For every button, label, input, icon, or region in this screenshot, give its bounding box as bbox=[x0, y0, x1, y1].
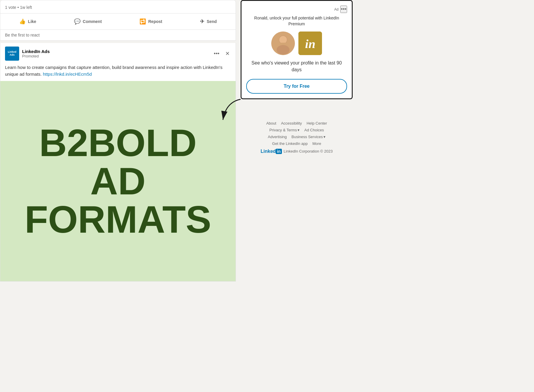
footer-advertising-link[interactable]: Advertising bbox=[267, 134, 288, 140]
post-actions-card: 1 vote • 1w left 👍 Like 💬 Comment 🔁 Repo… bbox=[0, 0, 236, 30]
ad-label-text: Ad bbox=[334, 7, 339, 11]
action-buttons: 👍 Like 💬 Comment 🔁 Repost ✈ Send bbox=[0, 14, 236, 29]
footer-accessibility-link[interactable]: Accessibility bbox=[280, 120, 303, 126]
b2bold-line1: B2BOLD bbox=[39, 124, 197, 162]
footer-business-services-link[interactable]: Business Services ▾ bbox=[290, 134, 327, 140]
footer-links: About Accessibility Help Center Privacy … bbox=[241, 117, 353, 158]
footer-row-2: Privacy & Terms ▾ Ad Choices bbox=[241, 127, 353, 133]
b2bold-line3: FORMATS bbox=[24, 200, 211, 239]
comment-button[interactable]: 💬 Comment bbox=[69, 15, 107, 28]
send-button[interactable]: ✈ Send bbox=[195, 15, 221, 28]
linkedin-logo-in: in bbox=[276, 149, 282, 154]
user-avatar bbox=[271, 32, 295, 55]
footer-row-4: Get the LinkedIn app More bbox=[241, 141, 353, 146]
ad-post-info: LinkedIn Ads Promoted bbox=[22, 49, 50, 58]
footer-business-services-label: Business Services bbox=[292, 135, 323, 139]
right-column: Ad ••• Ronald, unlock your full potentia… bbox=[241, 0, 353, 392]
footer-ad-choices-link[interactable]: Ad Choices bbox=[303, 127, 325, 133]
svg-point-3 bbox=[279, 36, 287, 44]
business-dropdown-icon: ▾ bbox=[323, 135, 326, 139]
repost-button[interactable]: 🔁 Repost bbox=[135, 15, 167, 28]
send-icon: ✈ bbox=[200, 18, 204, 25]
ad-post-body: Learn how to create campaigns that captu… bbox=[0, 64, 236, 81]
reaction-bar: Be the first to react bbox=[0, 30, 236, 41]
like-label: Like bbox=[28, 19, 36, 24]
ad-close-button[interactable]: ✕ bbox=[224, 49, 231, 58]
ad-post-header: Linked Ads LinkedIn Ads Promoted ••• ✕ bbox=[0, 43, 236, 64]
premium-ad-dots-button[interactable]: ••• bbox=[340, 6, 347, 13]
premium-subtext: See who's viewed your profile in the las… bbox=[246, 60, 347, 73]
comment-icon: 💬 bbox=[74, 18, 80, 25]
reaction-text: Be the first to react bbox=[5, 33, 40, 37]
ad-promoted-label: Promoted bbox=[22, 54, 50, 58]
linkedin-logo: Linkedin bbox=[261, 149, 282, 154]
ad-body-text: Learn how to create campaigns that captu… bbox=[5, 65, 222, 77]
like-button[interactable]: 👍 Like bbox=[14, 15, 41, 28]
b2bold-image: B2BOLD AD FORMATS bbox=[0, 81, 236, 281]
send-label: Send bbox=[207, 19, 217, 24]
vote-text: 1 vote • 1w left bbox=[5, 5, 32, 10]
b2bold-line2: AD bbox=[90, 162, 146, 200]
footer-help-center-link[interactable]: Help Center bbox=[305, 120, 328, 126]
ad-more-button[interactable]: ••• bbox=[213, 49, 221, 58]
like-icon: 👍 bbox=[19, 18, 26, 25]
footer-copyright: LinkedIn Corporation © 2023 bbox=[284, 149, 333, 153]
linkedin-logo-linked: Linked bbox=[261, 149, 276, 154]
svg-text:in: in bbox=[305, 37, 315, 51]
privacy-dropdown-icon: ▾ bbox=[298, 128, 300, 132]
premium-images: in bbox=[246, 32, 347, 55]
footer-row-3: Advertising Business Services ▾ bbox=[241, 134, 353, 140]
comment-label: Comment bbox=[83, 19, 102, 24]
footer-about-link[interactable]: About bbox=[265, 120, 277, 126]
ad-post-card: Linked Ads LinkedIn Ads Promoted ••• ✕ L… bbox=[0, 43, 236, 282]
premium-card-top: Ad ••• bbox=[246, 6, 347, 13]
footer-logo-row: Linkedin LinkedIn Corporation © 2023 bbox=[241, 149, 353, 154]
linkedin-gold-badge: in bbox=[298, 32, 322, 55]
ad-company-name: LinkedIn Ads bbox=[22, 49, 50, 54]
try-free-button[interactable]: Try for Free bbox=[246, 79, 347, 94]
footer-row-1: About Accessibility Help Center bbox=[241, 120, 353, 126]
left-column: 1 vote • 1w left 👍 Like 💬 Comment 🔁 Repo… bbox=[0, 0, 236, 392]
ad-link[interactable]: https://lnkd.in/ecHEcm5d bbox=[43, 72, 92, 77]
arrow-icon bbox=[217, 93, 252, 129]
svg-point-2 bbox=[277, 45, 290, 54]
premium-ad-card: Ad ••• Ronald, unlock your full potentia… bbox=[241, 0, 353, 99]
footer-get-app-link[interactable]: Get the LinkedIn app bbox=[271, 141, 309, 146]
premium-headline: Ronald, unlock your full potential with … bbox=[246, 15, 347, 27]
repost-icon: 🔁 bbox=[139, 18, 146, 25]
ad-post-header-right: ••• ✕ bbox=[213, 49, 231, 58]
linkedin-ads-logo: Linked Ads bbox=[5, 47, 19, 61]
footer-more-link[interactable]: More bbox=[311, 141, 323, 146]
footer-privacy-terms-link[interactable]: Privacy & Terms ▾ bbox=[268, 127, 301, 133]
vote-bar: 1 vote • 1w left bbox=[0, 3, 236, 14]
footer-privacy-terms-label: Privacy & Terms bbox=[269, 128, 297, 132]
ad-post-header-left: Linked Ads LinkedIn Ads Promoted bbox=[5, 47, 50, 61]
repost-label: Repost bbox=[148, 19, 162, 24]
